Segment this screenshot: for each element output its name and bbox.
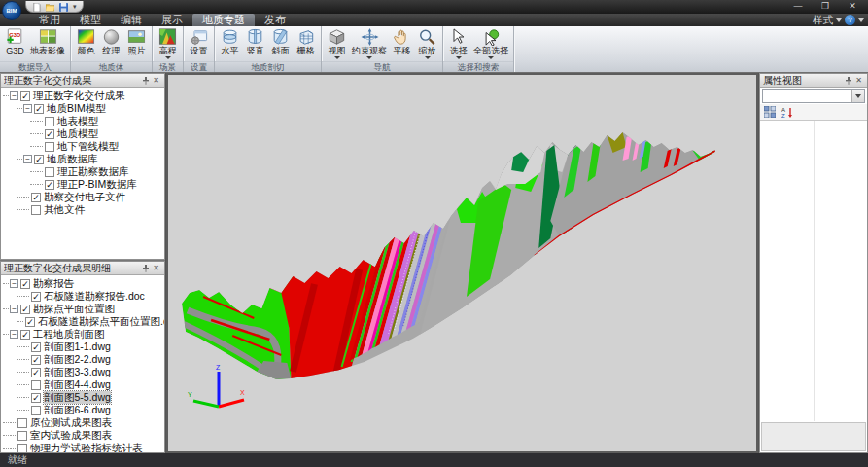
checkbox[interactable]: ✓ — [34, 155, 44, 164]
tree-item[interactable]: ✓剖面图5-5.dwg — [1, 391, 164, 404]
checkbox[interactable]: ✓ — [20, 305, 30, 314]
checkbox[interactable] — [17, 444, 27, 453]
new-document-icon[interactable] — [32, 2, 41, 11]
collapse-icon[interactable]: − — [10, 279, 18, 288]
tab-0[interactable]: 常用 — [29, 14, 70, 26]
collapse-icon[interactable]: − — [23, 104, 32, 113]
tree-item-label[interactable]: 石板隧道勘察报告.doc — [44, 290, 145, 303]
tree-item-label[interactable]: 地质数据库 — [47, 153, 98, 165]
ribbon-button-settings[interactable]: 设置 — [187, 27, 211, 55]
tab-3[interactable]: 展示 — [152, 14, 192, 26]
tree-item[interactable]: ✓勘察交付电子文件 — [1, 191, 164, 203]
close-panel-icon[interactable]: ✕ — [151, 263, 161, 273]
collapse-icon[interactable]: − — [10, 91, 18, 100]
categorize-icon[interactable] — [763, 105, 777, 119]
tree-item-label[interactable]: 其他文件 — [44, 203, 85, 216]
checkbox[interactable] — [31, 406, 41, 415]
tree-item-label[interactable]: 原位测试成果图表 — [30, 416, 112, 429]
checkbox[interactable]: ✓ — [20, 330, 30, 340]
tree-item[interactable]: −✓地质数据库 — [1, 153, 164, 165]
tree-item[interactable]: −✓勘察报告 — [1, 277, 164, 290]
checkbox[interactable] — [45, 142, 54, 152]
ribbon-button-color[interactable]: 颜色 — [74, 27, 98, 55]
tree-item-label[interactable]: 地表模型 — [57, 115, 98, 127]
tree-item-label[interactable]: 剖面图2-2.dwg — [44, 353, 111, 366]
checkbox[interactable]: ✓ — [25, 317, 35, 327]
ribbon-button-section-grid[interactable]: 栅格 — [294, 27, 318, 55]
tree-item-label[interactable]: 物理力学试验指标统计表 — [30, 442, 143, 452]
checkbox[interactable] — [17, 431, 27, 441]
tree-item[interactable]: 室内试验成果图表 — [1, 429, 164, 442]
checkbox[interactable]: ✓ — [45, 180, 54, 190]
minimize-button[interactable]: — — [786, 0, 810, 13]
pin-icon[interactable] — [843, 75, 853, 86]
tree-item[interactable]: ✓剖面图2-2.dwg — [1, 353, 164, 366]
checkbox[interactable] — [31, 380, 41, 390]
checkbox[interactable]: ✓ — [31, 355, 41, 365]
ribbon-button-photo[interactable]: 照片 — [124, 27, 149, 55]
tree-item[interactable]: −✓勘探点平面位置图 — [1, 303, 164, 315]
ribbon-button-section-vertical[interactable]: 竖直 — [243, 27, 267, 55]
quick-access-menu-arrow-icon[interactable]: ▾ — [73, 2, 77, 11]
tree-item-label[interactable]: 地质模型 — [57, 127, 98, 140]
tree-item[interactable]: 理正勘察数据库 — [1, 165, 164, 178]
ribbon-button-g3d[interactable]: G3DG3D — [3, 27, 27, 55]
tree-item[interactable]: ✓石板隧道勘探点平面位置图.dwg — [1, 315, 164, 328]
tree-item[interactable]: 物理力学试验指标统计表 — [1, 442, 164, 452]
checkbox[interactable]: ✓ — [34, 104, 44, 114]
checkbox[interactable]: ✓ — [20, 91, 30, 101]
tree-item-label[interactable]: 勘探点平面位置图 — [33, 303, 115, 315]
tree-item[interactable]: −✓工程地质剖面图 — [1, 328, 164, 341]
tree-item[interactable]: 剖面图4-4.dwg — [1, 378, 164, 391]
style-menu[interactable]: 样式 — [813, 14, 833, 27]
chevron-down-icon[interactable] — [851, 90, 864, 102]
checkbox[interactable]: ✓ — [31, 368, 41, 377]
ribbon-button-orbit[interactable]: 约束观察 — [350, 27, 389, 59]
tree-item-label[interactable]: 剖面图6-6.dwg — [44, 404, 111, 416]
ribbon-button-zoom-magnifier[interactable]: 缩放 — [415, 27, 439, 59]
checkbox[interactable] — [45, 117, 54, 126]
checkbox[interactable]: ✓ — [31, 292, 41, 302]
tree-item[interactable]: 地下管线模型 — [1, 140, 164, 153]
ribbon-button-elevation[interactable]: 高程 — [156, 27, 180, 59]
checkbox[interactable]: ✓ — [31, 193, 41, 202]
tree-item[interactable]: −✓地质BIM模型 — [1, 102, 164, 115]
dropdown-arrow-icon[interactable] — [425, 56, 431, 59]
tree-item-label[interactable]: 室内试验成果图表 — [30, 429, 112, 442]
pin-icon[interactable] — [140, 75, 151, 86]
property-grid[interactable] — [760, 121, 867, 421]
save-icon[interactable] — [59, 2, 68, 11]
ribbon-button-texture[interactable]: 纹理 — [99, 27, 123, 55]
close-panel-icon[interactable]: ✕ — [853, 75, 864, 86]
dropdown-arrow-icon[interactable] — [165, 56, 171, 59]
checkbox[interactable]: ✓ — [45, 129, 54, 139]
open-folder-icon[interactable] — [46, 2, 54, 11]
dropdown-arrow-icon[interactable] — [366, 56, 372, 59]
checkbox[interactable]: ✓ — [31, 342, 41, 352]
dropdown-arrow-icon[interactable] — [488, 56, 494, 59]
ribbon-button-view-cube[interactable]: 视图 — [325, 27, 349, 59]
tree-item[interactable]: ✓剖面图1-1.dwg — [1, 341, 164, 353]
collapse-icon[interactable]: − — [10, 330, 18, 339]
collapse-icon[interactable]: − — [10, 305, 18, 313]
tab-2[interactable]: 编辑 — [111, 14, 152, 26]
style-menu-arrow-icon[interactable] — [836, 18, 842, 22]
tree-item[interactable]: 地表模型 — [1, 115, 164, 127]
tree-item[interactable]: ✓剖面图3-3.dwg — [1, 366, 164, 378]
checkbox[interactable]: ✓ — [20, 279, 30, 289]
checkbox[interactable]: ✓ — [31, 393, 41, 403]
tree-item-label[interactable]: 勘察报告 — [33, 277, 74, 290]
tree-item[interactable]: ✓石板隧道勘察报告.doc — [1, 290, 164, 303]
tree-item-label[interactable]: 理正勘察数据库 — [57, 165, 129, 178]
tree-item-label[interactable]: 剖面图3-3.dwg — [44, 366, 111, 378]
ribbon-button-surface-imagery[interactable]: 地表影像 — [28, 27, 67, 55]
checkbox[interactable] — [45, 167, 54, 177]
object-selector-combo[interactable] — [762, 89, 865, 103]
ribbon-button-select-all[interactable]: 全部选择 — [471, 27, 510, 59]
tab-5[interactable]: 发布 — [255, 14, 295, 26]
tree-item-label[interactable]: 理正P-BIM数据库 — [57, 178, 137, 191]
checkbox[interactable] — [17, 418, 27, 428]
help-menu-arrow-icon[interactable] — [858, 18, 864, 22]
tree-item-label[interactable]: 剖面图4-4.dwg — [44, 378, 111, 391]
tree-item[interactable]: ✓地质模型 — [1, 127, 164, 140]
